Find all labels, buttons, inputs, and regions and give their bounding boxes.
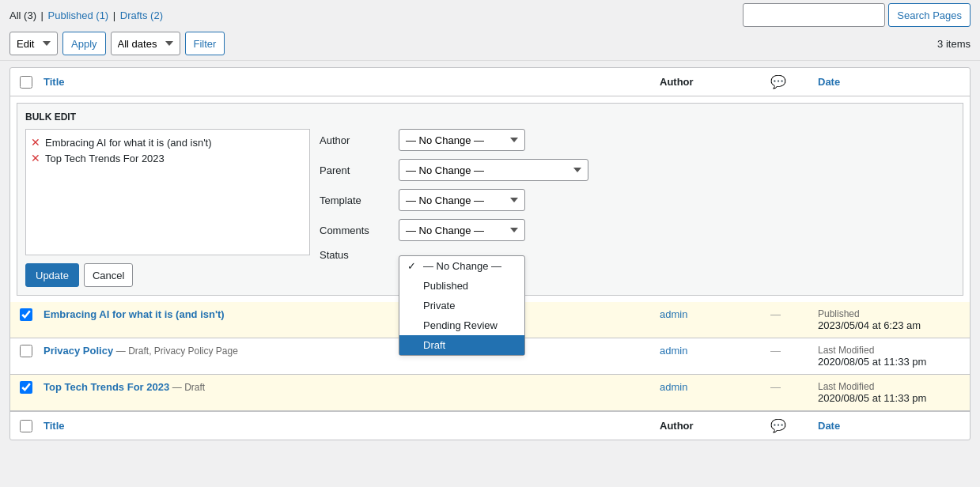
template-control: — No Change — <box>399 189 955 211</box>
status-option-published-label: Published <box>423 280 468 292</box>
row-2-checkbox[interactable] <box>20 345 32 357</box>
tab-drafts[interactable]: Drafts (2) <box>120 9 163 21</box>
status-option-draft-label: Draft <box>423 339 445 351</box>
status-option-published[interactable]: Published <box>399 276 524 296</box>
author-select[interactable]: — No Change — <box>399 129 525 151</box>
apply-button[interactable]: Apply <box>62 32 106 55</box>
bulk-edit-title: BULK EDIT <box>25 111 955 123</box>
row-2-comments: — <box>770 345 818 357</box>
row-3-author: admin <box>660 381 770 393</box>
row-2-title-link[interactable]: Privacy Policy <box>44 345 113 357</box>
status-label: Status <box>320 249 399 261</box>
cancel-button[interactable]: Cancel <box>84 263 133 287</box>
row-1-date: Published 2023/05/04 at 6:23 am <box>818 308 960 331</box>
row-1-title-link[interactable]: Embracing AI for what it is (and isn't) <box>44 308 225 320</box>
table-header: Title Author 💬 Date <box>10 68 970 96</box>
bulk-item-1: ✕ Embracing AI for what it is (and isn't… <box>31 134 305 150</box>
select-all-checkbox[interactable] <box>20 76 32 89</box>
select-all-footer-checkbox[interactable] <box>20 420 32 432</box>
row-1-author-link[interactable]: admin <box>660 308 687 320</box>
row-3-date: Last Modified 2020/08/05 at 11:33 pm <box>818 381 960 404</box>
status-option-private-label: Private <box>423 300 455 311</box>
table-footer: Title Author 💬 Date <box>10 411 970 440</box>
parent-field-row: Parent — No Change — <box>320 159 955 181</box>
status-option-pending-review[interactable]: Pending Review <box>399 315 524 335</box>
update-button[interactable]: Update <box>25 263 79 287</box>
row-3-author-link[interactable]: admin <box>660 381 687 393</box>
comments-select[interactable]: — No Change — <box>399 219 525 241</box>
tab-all[interactable]: All (3) <box>9 9 36 21</box>
table-row-3: Top Tech Trends For 2023 — Draft admin —… <box>10 375 970 411</box>
bulk-item-2: ✕ Top Tech Trends For 2023 <box>31 150 305 166</box>
row-2-date-val: 2020/08/05 at 11:33 pm <box>818 356 960 368</box>
row-2-title: Privacy Policy — Draft, Privacy Policy P… <box>44 345 660 357</box>
row-3-date-label: Last Modified <box>818 381 960 392</box>
comments-label: Comments <box>320 225 399 236</box>
col-author-header: Author <box>660 76 770 88</box>
bulk-edit-fields: Author — No Change — Parent — No Change … <box>320 129 955 287</box>
bulk-item-1-label: Embracing AI for what it is (and isn't) <box>45 137 212 149</box>
row-2-meta: — Draft, Privacy Policy Page <box>116 345 238 357</box>
row-2-author: admin <box>660 345 770 357</box>
status-option-draft[interactable]: Draft <box>399 335 524 355</box>
template-select[interactable]: — No Change — <box>399 189 525 211</box>
row-3-date-val: 2020/08/05 at 11:33 pm <box>818 392 960 404</box>
parent-select[interactable]: — No Change — <box>399 159 588 181</box>
row-1-title: Embracing AI for what it is (and isn't) <box>44 308 660 320</box>
check-icon: ✓ <box>407 260 418 272</box>
search-area: Search Pages <box>743 3 971 27</box>
tab-published[interactable]: Published (1) <box>48 9 109 21</box>
col-date-header[interactable]: Date <box>818 76 960 88</box>
parent-control: — No Change — <box>399 159 955 181</box>
bulk-edit-actions: Update Cancel <box>25 263 310 287</box>
col-title-header[interactable]: Title <box>44 76 660 88</box>
filter-button[interactable]: Filter <box>185 32 225 55</box>
row-1-comments: — <box>770 308 818 320</box>
row-3-meta: — Draft <box>172 382 205 393</box>
template-field-row: Template — No Change — <box>320 189 955 211</box>
col-comments-footer: 💬 <box>770 418 818 433</box>
col-title-footer[interactable]: Title <box>44 420 660 432</box>
row-1-date-val: 2023/05/04 at 6:23 am <box>818 319 960 331</box>
comments-field-row: Comments — No Change — <box>320 219 955 241</box>
search-pages-button[interactable]: Search Pages <box>888 3 971 27</box>
status-option-no-change-label: — No Change — <box>423 260 501 272</box>
comments-control: — No Change — <box>399 219 955 241</box>
action-select[interactable]: Edit <box>9 32 58 55</box>
row-2-date: Last Modified 2020/08/05 at 11:33 pm <box>818 345 960 368</box>
row-1-date-label: Published <box>818 308 960 319</box>
bulk-edit-panel: BULK EDIT ✕ Embracing AI for what it is … <box>17 103 963 296</box>
items-count: 3 items <box>937 38 971 50</box>
author-control: — No Change — <box>399 129 955 151</box>
bulk-items-container: ✕ Embracing AI for what it is (and isn't… <box>25 129 310 255</box>
bulk-item-2-label: Top Tech Trends For 2023 <box>45 153 165 164</box>
tab-bar: All (3) | Published (1) | Drafts (2) <box>9 9 163 21</box>
status-option-pending-review-label: Pending Review <box>423 319 498 331</box>
remove-item-1-icon[interactable]: ✕ <box>31 136 40 149</box>
remove-item-2-icon[interactable]: ✕ <box>31 152 40 164</box>
search-input[interactable] <box>743 3 885 27</box>
col-author-footer: Author <box>660 420 770 432</box>
row-3-comments: — <box>770 381 818 393</box>
col-comments-header: 💬 <box>770 74 818 89</box>
bulk-edit-items-list: ✕ Embracing AI for what it is (and isn't… <box>25 129 310 287</box>
status-option-no-change[interactable]: ✓ — No Change — <box>399 256 524 276</box>
row-1-author: admin <box>660 308 770 320</box>
row-1-checkbox[interactable] <box>20 308 32 321</box>
dates-select[interactable]: All dates <box>111 32 180 55</box>
status-dropdown: ✓ — No Change — Published Private <box>399 255 525 356</box>
status-option-private[interactable]: Private <box>399 296 524 315</box>
row-2-date-label: Last Modified <box>818 345 960 356</box>
parent-label: Parent <box>320 164 399 176</box>
status-field-row: Status ✓ — No Change — Published <box>320 249 955 261</box>
template-label: Template <box>320 194 399 206</box>
row-3-title-link[interactable]: Top Tech Trends For 2023 <box>44 381 169 393</box>
author-label: Author <box>320 134 399 146</box>
row-2-author-link[interactable]: admin <box>660 345 687 357</box>
row-3-title: Top Tech Trends For 2023 — Draft <box>44 381 660 393</box>
row-3-checkbox[interactable] <box>20 381 32 394</box>
author-field-row: Author — No Change — <box>320 129 955 151</box>
col-date-footer[interactable]: Date <box>818 420 960 432</box>
